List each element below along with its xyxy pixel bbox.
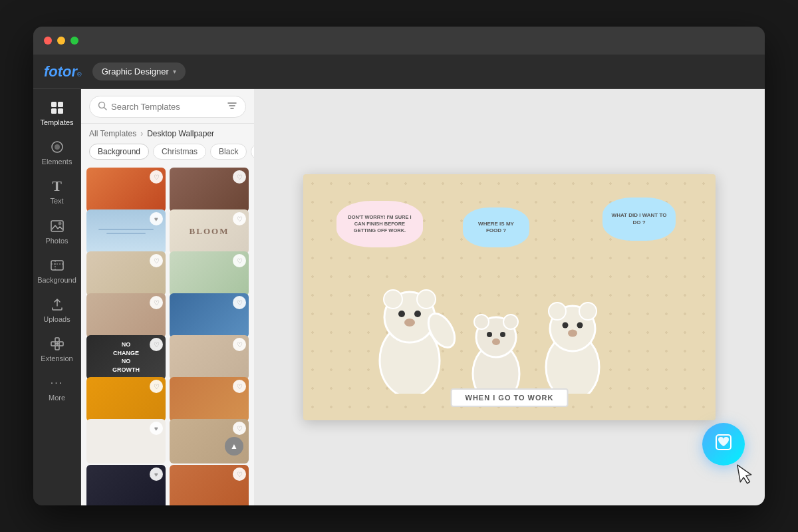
svg-rect-3 bbox=[58, 108, 63, 114]
filter-tags: Background Christmas Black Quote bbox=[81, 141, 254, 165]
template-card[interactable]: ♡ bbox=[86, 251, 166, 296]
svg-point-32 bbox=[474, 315, 489, 329]
svg-point-40 bbox=[579, 303, 597, 320]
breadcrumb-separator: › bbox=[140, 129, 143, 138]
sidebar-item-label-templates: Templates bbox=[40, 118, 73, 127]
minimize-btn[interactable] bbox=[57, 37, 65, 45]
text-icon: T bbox=[49, 178, 65, 194]
sidebar-item-background[interactable]: Background bbox=[36, 252, 78, 290]
svg-point-35 bbox=[500, 332, 505, 337]
svg-point-39 bbox=[549, 303, 566, 320]
svg-point-36 bbox=[492, 338, 500, 345]
search-icon bbox=[98, 101, 107, 112]
filter-tag-background[interactable]: Background bbox=[89, 144, 149, 160]
sidebar-item-templates[interactable]: Templates bbox=[36, 94, 78, 132]
svg-point-28 bbox=[404, 319, 415, 327]
heart-button[interactable]: ♥ bbox=[150, 212, 163, 225]
dropdown-label: Graphic Designer bbox=[102, 66, 169, 76]
sidebar-item-text[interactable]: T Text bbox=[36, 173, 78, 211]
sidebar-item-photos[interactable]: Photos bbox=[36, 213, 78, 251]
svg-rect-2 bbox=[51, 108, 57, 114]
template-card[interactable]: ♡ bbox=[86, 377, 166, 422]
sidebar-item-label-text: Text bbox=[50, 197, 63, 205]
template-card[interactable]: ♥ bbox=[86, 419, 166, 464]
filter-icon[interactable] bbox=[227, 100, 237, 113]
heart-button[interactable]: ♡ bbox=[150, 338, 163, 351]
svg-rect-7 bbox=[51, 221, 63, 231]
breadcrumb-current: Desktop Wallpaper bbox=[147, 129, 214, 138]
svg-point-5 bbox=[55, 144, 60, 150]
template-card[interactable]: ♡ bbox=[86, 168, 166, 212]
heart-button[interactable]: ♡ bbox=[233, 296, 246, 309]
bottom-banner: WHEN I GO TO WORK bbox=[451, 388, 569, 407]
close-btn[interactable] bbox=[44, 37, 52, 45]
svg-rect-13 bbox=[55, 338, 59, 342]
sidebar-item-label-background: Background bbox=[37, 276, 76, 285]
uploads-icon bbox=[49, 297, 65, 313]
filter-tag-christmas[interactable]: Christmas bbox=[153, 144, 206, 160]
heart-button[interactable]: ♡ bbox=[233, 170, 246, 184]
chevron-down-icon: ▾ bbox=[173, 68, 176, 75]
favorite-fab-button[interactable] bbox=[702, 423, 745, 466]
template-card[interactable]: ♡ bbox=[86, 293, 166, 338]
heart-button[interactable]: ♡ bbox=[150, 296, 163, 309]
cursor-icon bbox=[734, 461, 759, 493]
speech-bubble-1: DON'T WORRY! I'M SURE I CAN FINISH BEFOR… bbox=[336, 201, 423, 247]
content-area: Templates Elements T Text bbox=[33, 89, 765, 505]
heart-button[interactable]: ♡ bbox=[150, 254, 163, 267]
svg-point-27 bbox=[414, 311, 421, 317]
heart-button[interactable]: ♡ bbox=[150, 380, 163, 393]
heart-button[interactable]: ♡ bbox=[150, 170, 163, 184]
template-card[interactable]: ♡ bbox=[170, 465, 249, 505]
template-card[interactable]: ♡ bbox=[170, 377, 249, 422]
heart-button[interactable]: ♥ bbox=[150, 422, 163, 435]
sidebar-item-uploads[interactable]: Uploads bbox=[36, 291, 78, 329]
background-icon bbox=[49, 257, 65, 273]
sidebar-item-label-photos: Photos bbox=[45, 237, 68, 245]
svg-rect-11 bbox=[51, 342, 55, 346]
heart-button[interactable]: ♡ bbox=[233, 422, 246, 435]
template-card[interactable]: ♡ bbox=[170, 293, 249, 338]
graphic-designer-dropdown[interactable]: Graphic Designer ▾ bbox=[92, 63, 186, 80]
templates-grid: ♡ ♡ ♥ BLOOM ♡ bbox=[81, 165, 254, 505]
template-card[interactable]: BLOOM ♡ bbox=[170, 209, 249, 254]
svg-rect-1 bbox=[58, 102, 63, 107]
template-card[interactable]: ♥ bbox=[86, 209, 166, 254]
heart-button[interactable]: ♥ bbox=[150, 467, 163, 481]
heart-button[interactable]: ♡ bbox=[233, 380, 246, 393]
maximize-btn[interactable] bbox=[70, 37, 78, 45]
heart-button[interactable]: ♡ bbox=[233, 338, 246, 351]
canvas-area: DON'T WORRY! I'M SURE I CAN FINISH BEFOR… bbox=[254, 89, 765, 505]
sidebar-item-label-uploads: Uploads bbox=[43, 315, 70, 324]
speech-bubble-2: WHERE IS MY FOOD ? bbox=[463, 207, 529, 247]
sidebar-item-extension[interactable]: Extension bbox=[36, 331, 78, 368]
svg-point-26 bbox=[398, 311, 405, 317]
heart-button[interactable]: ♡ bbox=[233, 467, 246, 481]
sidebar-item-label-elements: Elements bbox=[42, 158, 72, 166]
title-bar bbox=[33, 27, 765, 55]
breadcrumb-all[interactable]: All Templates bbox=[89, 129, 136, 138]
svg-line-18 bbox=[104, 108, 107, 110]
template-card[interactable]: ♡ bbox=[170, 168, 249, 212]
heart-button[interactable]: ♡ bbox=[233, 212, 246, 225]
heart-button[interactable]: ♡ bbox=[233, 254, 246, 267]
template-card[interactable]: NOCHANGENOGROWTH ♡ bbox=[86, 335, 166, 380]
svg-rect-14 bbox=[55, 346, 59, 350]
template-card[interactable]: ♡ bbox=[170, 335, 249, 380]
svg-point-24 bbox=[384, 290, 402, 309]
search-input[interactable] bbox=[111, 102, 223, 112]
svg-point-6 bbox=[58, 221, 61, 225]
svg-point-34 bbox=[487, 332, 492, 337]
svg-point-41 bbox=[563, 323, 569, 329]
sidebar-item-elements[interactable]: Elements bbox=[36, 134, 78, 172]
sidebar-item-more[interactable]: ··· More bbox=[36, 370, 78, 408]
filter-tag-black[interactable]: Black bbox=[210, 144, 247, 160]
template-card[interactable]: ♥ bbox=[86, 465, 166, 505]
extension-icon bbox=[49, 336, 65, 352]
breadcrumb: All Templates › Desktop Wallpaper bbox=[81, 124, 254, 141]
scroll-up-button[interactable]: ▲ bbox=[225, 437, 243, 456]
logo: fotor ® bbox=[44, 63, 82, 80]
photos-icon bbox=[49, 218, 65, 234]
template-card[interactable]: ♡ bbox=[170, 251, 249, 296]
templates-icon bbox=[49, 100, 65, 116]
